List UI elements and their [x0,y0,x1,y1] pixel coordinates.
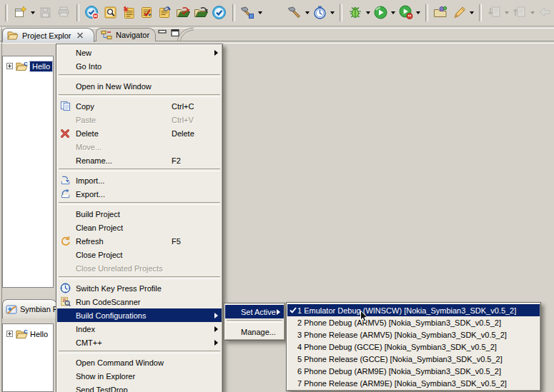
tree-item-hello[interactable]: CHello [6,61,52,71]
stopwatch-button-dropdown[interactable] [329,4,336,22]
tab-navigator[interactable]: Navigator [96,28,156,41]
run-external-button-dropdown[interactable] [415,4,422,22]
menu-item-manage[interactable]: Manage... [225,325,284,338]
expand-plus-icon[interactable] [6,331,13,337]
menu-item-refresh[interactable]: RefreshF5 [57,234,222,248]
menu-item-copy[interactable]: CopyCtrl+C [57,99,222,113]
menu-item-7-phone-release-arm9e-nokia-symbian3-sdk-v0-5-2[interactable]: 7 Phone Release (ARM9E) [Nokia_Symbian3_… [287,377,540,389]
menu-item-shortcut: F2 [172,156,181,165]
menu-item-show-in-explorer[interactable]: Show in Explorer [57,369,222,383]
menu-separator [59,74,220,77]
import-icon [60,175,71,186]
new-wizard-button-dropdown[interactable] [29,4,36,22]
debug-button-dropdown[interactable] [365,4,372,22]
menu-item-2-phone-debug-armv5-nokia-symbian3-sdk-v0-5-2[interactable]: 2 Phone Debug (ARMV5) [Nokia_Symbian3_SD… [287,316,540,328]
menu-item-send-testdrop[interactable]: Send TestDrop [57,383,222,392]
chevron-down-icon [330,11,335,14]
menu-item-open-command-window[interactable]: Open Command Window [57,356,222,369]
menu-item-rename[interactable]: Rename...F2 [57,154,222,167]
main-toolbar [0,0,554,26]
close-icon[interactable] [76,32,84,39]
previous-annotation-button [510,3,528,23]
delete-icon [60,129,70,139]
expand-plus-icon[interactable] [6,63,13,69]
check-icon [290,307,297,313]
tree-item-hello[interactable]: CHello [6,328,48,339]
new-note-button[interactable] [119,3,137,23]
menu-item-5-phone-release-gcce-nokia-symbian3-sdk-v0-5-2[interactable]: 5 Phone Release (GCCE) [Nokia_Symbian3_S… [287,353,540,365]
set-active-configurations-menu: 1 Emulator Debug (WINSCW) [Nokia_Symbian… [286,302,541,391]
menu-item-close-project[interactable]: Close Project [57,248,222,261]
menu-item-1-emulator-debug-winscw-nokia-symbian3-sdk-v0-5-2[interactable]: 1 Emulator Debug (WINSCW) [Nokia_Symbian… [287,304,540,316]
menu-item-label: Build Configurations [76,311,146,320]
build-all-button[interactable] [286,3,304,23]
build-working-set-button[interactable] [239,3,257,23]
submenu-arrow-icon [214,313,218,318]
menu-item-index[interactable]: Index [57,322,222,336]
menu-item-import[interactable]: Import... [57,174,222,187]
run-button[interactable] [372,3,390,23]
task-note-button[interactable] [137,3,155,23]
open-folder-purple-icon [433,6,448,20]
menu-item-4-phone-debug-gcce-nokia-symbian3-sdk-v0-5-2[interactable]: 4 Phone Debug (GCCE) [Nokia_Symbian3_SDK… [287,341,540,353]
tab-symbian-project-navigator[interactable]: Symbian P [2,299,58,318]
properties-note-button[interactable] [156,3,174,23]
build-working-set-button-dropdown[interactable] [257,4,264,22]
save-button [36,3,54,23]
menu-item-label: Go Into [76,62,102,71]
menu-item-run-codescanner[interactable]: Run CodeScanner [57,295,222,308]
run-button-dropdown[interactable] [390,4,397,22]
navigator-icon [101,30,112,40]
view-controls [158,29,179,36]
new-wizard-icon [14,6,27,20]
menu-separator [227,320,282,323]
menu-item-export[interactable]: Export... [57,187,222,201]
menu-item-move: Move... [57,140,222,154]
menu-item-delete[interactable]: DeleteDelete [57,126,222,140]
menu-item-cmt[interactable]: CMT++ [57,336,222,349]
menu-item-set-active[interactable]: Set Active [225,305,284,318]
new-wizard-button[interactable] [11,3,29,23]
menu-item-new[interactable]: New [57,46,222,59]
open-element-button[interactable] [432,3,450,23]
target-status-button[interactable] [83,3,101,23]
build-all-button-dropdown[interactable] [304,4,311,22]
marker-button-dropdown[interactable] [468,4,475,22]
previous-annotation-button-dropdown [529,4,536,22]
maximize-icon[interactable] [171,29,179,36]
menu-item-label: Switch Key Press Profile [76,284,162,293]
chevron-down-icon [505,11,509,14]
build-configurations-submenu: Set ActiveManage... [224,303,285,341]
menu-separator [59,94,220,97]
debug-button[interactable] [346,3,364,23]
toolbar-separator [232,4,235,21]
minimize-icon[interactable] [158,29,167,36]
brush-icon [452,6,466,21]
menu-item-3-phone-release-armv5-nokia-symbian3-sdk-v0-5-2[interactable]: 3 Phone Release (ARMV5) [Nokia_Symbian3_… [287,328,540,341]
project-folder-icon: C [16,61,28,71]
chevron-down-icon [416,11,420,14]
menu-item-build-configurations[interactable]: Build Configurations [57,308,222,322]
menu-item-label: 7 Phone Release (ARM9E) [Nokia_Symbian3_… [297,379,507,388]
import-project-button[interactable] [174,3,192,23]
reload-project-button[interactable] [192,3,210,23]
menu-item-clean-project[interactable]: Clean Project [57,221,222,234]
next-annotation-button-dropdown [503,4,510,22]
save-icon [39,6,51,20]
menu-item-open-in-new-window[interactable]: Open in New Window [57,79,222,93]
menu-item-go-into[interactable]: Go Into [57,59,222,73]
menu-item-build-project[interactable]: Build Project [57,207,222,221]
menu-item-6-phone-debug-arm9e-nokia-symbian3-sdk-v0-5-2[interactable]: 6 Phone Debug (ARM9E) [Nokia_Symbian3_SD… [287,365,540,377]
menu-item-label: Import... [76,176,104,185]
search-notes-button[interactable] [101,3,119,23]
menu-item-label: Close Project [76,251,122,259]
run-external-button[interactable] [397,3,415,23]
menu-item-switch-key-press-profile[interactable]: Switch Key Press Profile [57,281,222,295]
bug-icon [349,6,362,20]
refresh-icon [60,236,71,246]
marker-button[interactable] [450,3,468,23]
stopwatch-button[interactable] [311,3,329,23]
tab-project-explorer[interactable]: Project Explor [2,28,94,42]
reload-project-icon [194,6,209,20]
validate-button[interactable] [210,3,228,23]
